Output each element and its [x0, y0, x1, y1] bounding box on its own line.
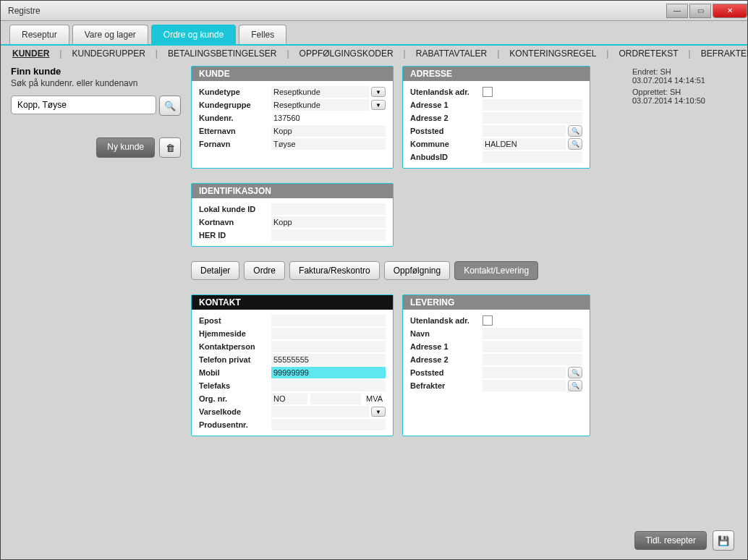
- save-icon: 💾: [718, 535, 729, 546]
- tidl-resepter-button[interactable]: Tidl. resepter: [634, 531, 707, 550]
- save-button[interactable]: 💾: [713, 530, 734, 551]
- varselkode-value[interactable]: [271, 406, 369, 417]
- hjemmeside-value[interactable]: [271, 328, 386, 339]
- lev-befrakter-label: Befrakter: [410, 381, 483, 390]
- kundetype-value[interactable]: Reseptkunde: [271, 86, 369, 98]
- endret-time: 03.07.2014 14:14:51: [632, 76, 737, 85]
- mobil-value[interactable]: 99999999: [271, 367, 386, 378]
- adresse1-label: Adresse 1: [410, 101, 483, 109]
- subnav-betalingsbetingelser[interactable]: BETALINGSBETINGELSER: [168, 48, 277, 59]
- search-subtitle: Søk på kundenr. eller kundenavn: [11, 78, 181, 88]
- subtab-faktura[interactable]: Faktura/Reskontro: [289, 261, 380, 280]
- subnav-rabattavtaler[interactable]: RABATTAVTALER: [416, 48, 487, 59]
- tab-vare-og-lager[interactable]: Vare og lager: [72, 25, 148, 44]
- kunde-header: KUNDE: [192, 67, 393, 81]
- kundegruppe-label: Kundegruppe: [199, 101, 271, 109]
- kunde-panel: KUNDE KundetypeReseptkunde▼ KundegruppeR…: [191, 66, 394, 169]
- levering-header: LEVERING: [403, 295, 590, 310]
- adresse2-label: Adresse 2: [410, 114, 483, 122]
- telefaks-value[interactable]: [271, 380, 386, 391]
- search-input[interactable]: [11, 96, 156, 114]
- poststed-search[interactable]: 🔍: [568, 125, 582, 137]
- varselkode-label: Varselkode: [199, 407, 271, 416]
- poststed-value[interactable]: [483, 125, 566, 137]
- search-icon: 🔍: [164, 101, 176, 111]
- maximize-button[interactable]: ▭: [689, 4, 711, 18]
- utenlandsk-label: Utenlandsk adr.: [410, 88, 483, 96]
- epost-label: Epost: [199, 316, 271, 325]
- anbudsid-value[interactable]: [483, 151, 582, 163]
- lev-utenlandsk-checkbox[interactable]: [483, 315, 493, 326]
- subnav-konteringsregel[interactable]: KONTERINGSREGEL: [509, 48, 596, 59]
- lev-adresse2-value[interactable]: [483, 354, 582, 365]
- kundegruppe-dropdown[interactable]: ▼: [371, 100, 386, 110]
- lev-befrakter-search[interactable]: 🔍: [568, 380, 582, 391]
- subnav-kunder[interactable]: KUNDER: [12, 48, 49, 59]
- lev-adresse1-value[interactable]: [483, 341, 582, 352]
- adresse2-value[interactable]: [483, 112, 582, 124]
- orgnr-value[interactable]: [310, 393, 361, 404]
- kundegruppe-value[interactable]: Reseptkunde: [271, 99, 369, 111]
- kommune-search[interactable]: 🔍: [568, 138, 582, 150]
- new-customer-button[interactable]: Ny kunde: [96, 137, 155, 158]
- lev-poststed-label: Poststed: [410, 368, 483, 377]
- tab-ordre-og-kunde[interactable]: Ordre og kunde: [151, 25, 236, 44]
- lokal-kunde-id-label: Lokal kunde ID: [199, 205, 271, 213]
- kontakt-panel: KONTAKT Epost Hjemmeside Kontaktperson T…: [191, 294, 394, 436]
- kontakt-header: KONTAKT: [192, 295, 393, 310]
- subtab-oppfolgning[interactable]: Oppfølgning: [384, 261, 450, 280]
- delete-button[interactable]: 🗑: [159, 137, 181, 158]
- close-button[interactable]: ✕: [713, 4, 747, 18]
- subtab-ordre[interactable]: Ordre: [244, 261, 285, 280]
- her-id-value[interactable]: [271, 229, 386, 241]
- kontaktperson-label: Kontaktperson: [199, 342, 271, 351]
- adresse1-value[interactable]: [483, 99, 582, 111]
- tab-felles[interactable]: Felles: [239, 25, 286, 44]
- lev-adresse1-label: Adresse 1: [410, 342, 483, 351]
- subtab-detaljer[interactable]: Detaljer: [191, 261, 239, 280]
- kommune-value[interactable]: HALDEN: [483, 138, 566, 150]
- etternavn-value[interactable]: Kopp: [271, 125, 386, 137]
- mobil-label: Mobil: [199, 368, 271, 377]
- minimize-button[interactable]: —: [666, 4, 688, 18]
- tab-reseptur[interactable]: Reseptur: [9, 25, 69, 44]
- kortnavn-value[interactable]: Kopp: [271, 216, 386, 228]
- subnav-befraktere[interactable]: BEFRAKTERE: [701, 48, 748, 59]
- lev-poststed-value[interactable]: [483, 367, 566, 378]
- subnav-oppfolgingskoder[interactable]: OPPFØLGINGSKODER: [299, 48, 394, 59]
- search-title: Finn kunde: [11, 66, 181, 77]
- opprettet-time: 03.07.2014 14:10:50: [632, 96, 737, 105]
- produsentnr-value[interactable]: [271, 419, 386, 430]
- fornavn-value[interactable]: Tøyse: [271, 138, 386, 150]
- telefon-privat-value[interactable]: 55555555: [271, 354, 386, 365]
- her-id-label: HER ID: [199, 231, 271, 239]
- search-button[interactable]: 🔍: [159, 96, 181, 116]
- lev-befrakter-value[interactable]: [483, 380, 566, 391]
- lev-adresse2-label: Adresse 2: [410, 355, 483, 364]
- telefon-privat-label: Telefon privat: [199, 355, 271, 364]
- produsentnr-label: Produsentnr.: [199, 420, 271, 429]
- varselkode-dropdown[interactable]: ▼: [371, 407, 386, 417]
- subnav-ordretekst[interactable]: ORDRETEKST: [619, 48, 678, 59]
- kontaktperson-value[interactable]: [271, 341, 386, 352]
- adresse-header: ADRESSE: [403, 67, 590, 81]
- endret-label: Endret: SH: [632, 67, 737, 76]
- opprettet-label: Opprettet: SH: [632, 88, 737, 96]
- lokal-kunde-id-value[interactable]: [271, 203, 386, 215]
- epost-value[interactable]: [271, 315, 386, 326]
- kundenr-label: Kundenr.: [199, 114, 271, 122]
- subtab-kontakt-levering[interactable]: Kontakt/Levering: [454, 261, 538, 280]
- lev-navn-label: Navn: [410, 329, 483, 338]
- levering-panel: LEVERING Utenlandsk adr. Navn Adresse 1 …: [402, 294, 590, 436]
- identifikasjon-panel: IDENTIFIKASJON Lokal kunde ID KortnavnKo…: [191, 183, 394, 247]
- kortnavn-label: Kortnavn: [199, 218, 271, 226]
- kundetype-dropdown[interactable]: ▼: [371, 87, 386, 97]
- lev-utenlandsk-label: Utenlandsk adr.: [410, 316, 483, 325]
- subnav-kundegrupper[interactable]: KUNDEGRUPPER: [72, 48, 145, 59]
- lev-poststed-search[interactable]: 🔍: [568, 367, 582, 378]
- orgnr-prefix[interactable]: NO: [271, 393, 307, 404]
- kundenr-value: 137560: [271, 112, 386, 124]
- utenlandsk-checkbox[interactable]: [483, 87, 493, 97]
- lev-navn-value[interactable]: [483, 328, 582, 339]
- hjemmeside-label: Hjemmeside: [199, 329, 271, 338]
